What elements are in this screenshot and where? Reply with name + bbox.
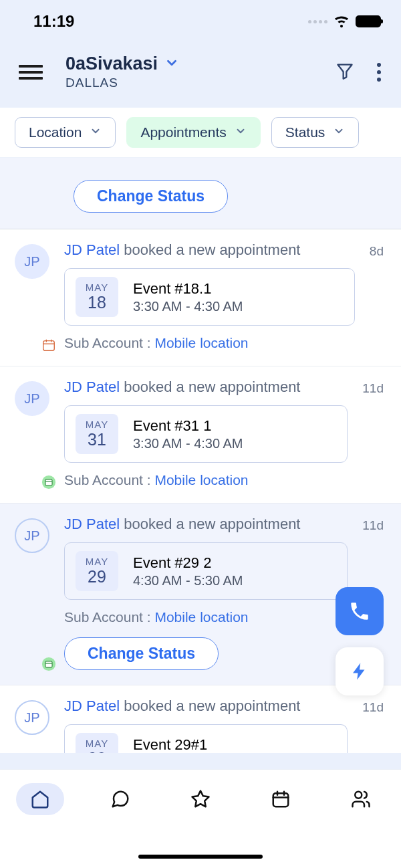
action-text: booked a new appointment	[124, 241, 300, 258]
filter-chip-row: Location Appointments Status	[0, 108, 401, 158]
status-time: 11:19	[33, 12, 74, 31]
action-text: booked a new appointment	[124, 516, 300, 532]
appointment-list[interactable]: Change Status JP JD Patel booked a new a…	[0, 158, 401, 753]
change-status-button[interactable]: Change Status	[74, 180, 228, 213]
filter-chip-location[interactable]: Location	[15, 117, 116, 148]
action-text: booked a new appointment	[124, 378, 300, 395]
avatar: JP	[15, 518, 49, 553]
event-month: MAY	[86, 556, 108, 567]
event-box[interactable]: MAY 29 Event #29 2 4:30 AM - 5:30 AM	[64, 542, 348, 600]
svg-marker-14	[192, 791, 209, 807]
chevron-down-icon	[164, 56, 179, 73]
event-box[interactable]: MAY 18 Event #18.1 3:30 AM - 4:30 AM	[64, 268, 355, 326]
list-item-partial: Change Status	[0, 158, 401, 229]
svg-marker-0	[338, 64, 352, 78]
chip-label: Location	[29, 124, 82, 140]
calendar-badge-icon	[41, 338, 56, 352]
chip-label: Status	[285, 124, 325, 140]
svg-rect-1	[43, 341, 55, 351]
wifi-icon	[333, 11, 350, 31]
title-block[interactable]: 0aSivakasi DALLAS	[65, 53, 336, 90]
status-icons	[308, 11, 381, 31]
card-headline: JD Patel booked a new appointment	[64, 241, 355, 259]
event-time: 3:30 AM - 4:30 AM	[133, 299, 243, 314]
event-day: 29	[88, 567, 106, 586]
kebab-menu-icon[interactable]	[377, 63, 381, 82]
sub-account-line: Sub Account : Mobile location	[64, 335, 355, 351]
app-header: 0aSivakasi DALLAS	[0, 37, 401, 108]
call-fab[interactable]	[336, 587, 384, 635]
svg-point-19	[355, 792, 362, 798]
contact-name[interactable]: JD Patel	[64, 241, 120, 258]
event-box[interactable]: MAY 29 Event 29#1 3:30 AM - 4:30 AM	[64, 724, 348, 753]
chevron-down-icon	[333, 124, 345, 140]
svg-rect-6	[45, 479, 52, 485]
appointment-card[interactable]: JP JD Patel booked a new appointment MAY…	[0, 685, 401, 753]
nav-calendar[interactable]	[257, 783, 305, 815]
filter-chip-appointments[interactable]: Appointments	[126, 117, 260, 148]
battery-icon	[356, 15, 381, 27]
filter-icon[interactable]	[336, 62, 354, 83]
event-day: 31	[88, 430, 106, 449]
event-month: MAY	[86, 738, 108, 749]
date-chip: MAY 31	[76, 414, 118, 454]
nav-home[interactable]	[16, 783, 64, 815]
avatar: JP	[15, 244, 49, 279]
bottom-nav	[0, 769, 401, 868]
calendar-badge-icon	[41, 475, 56, 490]
location-link[interactable]: Mobile location	[154, 335, 248, 350]
time-ago: 11d	[362, 700, 384, 715]
event-time: 4:30 AM - 5:30 AM	[133, 573, 243, 588]
contact-name[interactable]: JD Patel	[64, 516, 120, 532]
event-month: MAY	[86, 282, 108, 293]
svg-rect-15	[273, 793, 289, 806]
status-bar: 11:19	[0, 0, 401, 37]
time-ago: 11d	[362, 518, 384, 533]
event-day: 18	[88, 293, 106, 312]
event-title: Event #18.1	[133, 280, 243, 298]
avatar-wrap: JP	[15, 381, 53, 488]
action-text: booked a new appointment	[124, 697, 300, 714]
nav-star[interactable]	[176, 783, 225, 815]
nav-people[interactable]	[337, 783, 385, 815]
filter-chip-status[interactable]: Status	[271, 117, 360, 148]
avatar-wrap: JP	[15, 700, 53, 753]
contact-name[interactable]: JD Patel	[64, 697, 120, 714]
signal-dots-icon	[308, 20, 327, 23]
appointment-card[interactable]: JP JD Patel booked a new appointment MAY…	[0, 366, 401, 504]
sub-account-line: Sub Account : Mobile location	[64, 609, 348, 625]
app-subtitle: DALLAS	[65, 76, 336, 90]
date-chip: MAY 29	[76, 733, 118, 753]
location-link[interactable]: Mobile location	[154, 609, 248, 625]
event-box[interactable]: MAY 31 Event #31 1 3:30 AM - 4:30 AM	[64, 405, 348, 463]
event-title: Event #29 2	[133, 554, 243, 572]
sub-account-label: Sub Account :	[64, 472, 154, 487]
bolt-fab[interactable]	[336, 647, 384, 695]
appointment-card[interactable]: JP JD Patel booked a new appointment MAY…	[0, 229, 401, 366]
chip-label: Appointments	[140, 124, 226, 140]
date-chip: MAY 29	[76, 551, 118, 591]
event-time: 3:30 AM - 4:30 AM	[133, 436, 243, 451]
sub-account-line: Sub Account : Mobile location	[64, 472, 348, 488]
faded-text	[74, 158, 388, 173]
sub-account-label: Sub Account :	[64, 335, 154, 350]
avatar-wrap: JP	[15, 244, 53, 351]
contact-name[interactable]: JD Patel	[64, 378, 120, 395]
card-headline: JD Patel booked a new appointment	[64, 697, 348, 715]
location-link[interactable]: Mobile location	[154, 472, 248, 487]
avatar: JP	[15, 700, 49, 735]
app-title: 0aSivakasi	[65, 53, 158, 74]
card-headline: JD Patel booked a new appointment	[64, 378, 348, 396]
calendar-badge-icon	[41, 657, 56, 671]
time-ago: 11d	[362, 381, 384, 396]
event-day: 29	[88, 749, 106, 753]
sub-account-label: Sub Account :	[64, 609, 154, 625]
event-title: Event #31 1	[133, 417, 243, 435]
chevron-down-icon	[90, 124, 102, 140]
chevron-down-icon	[235, 124, 247, 140]
menu-icon[interactable]	[19, 65, 43, 80]
event-month: MAY	[86, 419, 108, 430]
svg-rect-9	[45, 661, 52, 667]
nav-chat[interactable]	[96, 783, 144, 815]
change-status-button[interactable]: Change Status	[64, 637, 219, 670]
